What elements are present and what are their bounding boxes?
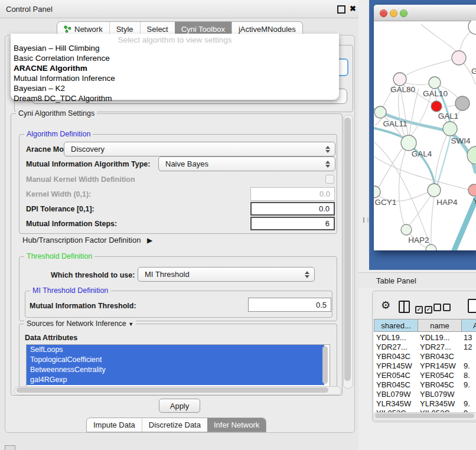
settings-hscrollbar-thumb[interactable]: [17, 387, 328, 393]
node-swi4[interactable]: [467, 146, 476, 164]
sources-title[interactable]: Sources for Network Inference ▼: [24, 319, 136, 328]
tab-infer-network[interactable]: Infer Network: [207, 418, 266, 432]
settings-vscrollbar-track[interactable]: [343, 115, 353, 389]
table-hscrollbar-track[interactable]: [373, 412, 476, 420]
control-panel-title: Control Panel: [6, 5, 53, 14]
hub-definition-label: Hub/Transcription Factor Definition: [22, 236, 141, 244]
network-window: GAL GAL80 GAL10 GAL1 GAL11 SWI4 GAL4 GCY…: [374, 5, 476, 250]
cell-name: YDR27...: [420, 343, 451, 351]
node-gal10[interactable]: [429, 77, 441, 89]
close-icon[interactable]: ✖: [350, 4, 356, 13]
column-header-shared-label: shared...: [381, 321, 411, 330]
node-label: GCY1: [375, 198, 397, 207]
deselect-all-columns-icon[interactable]: [433, 303, 452, 314]
node-gcy1[interactable]: [374, 186, 380, 198]
mi-type-label: Mutual Information Algorithm Type:: [26, 160, 150, 168]
node-hap2[interactable]: [401, 224, 412, 235]
zoom-traffic-icon[interactable]: [400, 9, 407, 17]
column-header-third[interactable]: A: [461, 319, 476, 332]
document-icon[interactable]: [468, 299, 476, 313]
tab-style-label: Style: [116, 25, 133, 34]
table-row[interactable]: YPR145W YPR145W 9.: [374, 361, 476, 371]
column-header-shared[interactable]: shared...: [374, 319, 418, 332]
mi-threshold-value: 0.5: [316, 301, 327, 309]
node-gal80[interactable]: [393, 73, 406, 86]
dropdown-item[interactable]: Dream8 DC_TDC Algorithm: [14, 94, 112, 103]
node-label: GAL1: [438, 112, 459, 120]
table-row[interactable]: YLR345W YLR345W 9.: [374, 399, 476, 409]
kernel-width-input: 0.0: [250, 187, 335, 201]
cell-name: YBR045C: [420, 380, 454, 389]
table-row[interactable]: YBL079W YBL079W: [374, 390, 476, 399]
node[interactable]: [426, 244, 436, 250]
apply-button-label: Apply: [170, 402, 190, 410]
list-item[interactable]: gal4RGexp: [27, 375, 324, 385]
tab-discretize-data[interactable]: Discretize Data: [142, 418, 207, 432]
data-attributes-label: Data Attributes: [25, 334, 77, 342]
settings-hscrollbar-track[interactable]: [14, 386, 341, 395]
node-gal4[interactable]: [401, 135, 416, 151]
column-header-third-label: A: [473, 321, 476, 330]
mi-steps-label: Mutual Information Steps:: [26, 220, 117, 228]
panel-splitter-handle[interactable]: [363, 217, 369, 223]
dropdown-item[interactable]: Bayesian – K2: [14, 84, 65, 93]
kernel-width-label: Kernel Width (0,1):: [26, 190, 91, 198]
column-header-name[interactable]: name: [418, 319, 462, 332]
table-row[interactable]: YDL19... YDL19... 13: [374, 333, 476, 343]
node-red-selected[interactable]: [431, 101, 442, 112]
cell-name: YLR345W: [420, 399, 455, 408]
dropdown-item-selected[interactable]: ARACNE Algorithm: [14, 64, 87, 73]
which-threshold-select[interactable]: MI Threshold: [138, 267, 315, 282]
mi-threshold-input[interactable]: 0.5: [248, 298, 331, 312]
column-view-icon[interactable]: [399, 301, 410, 313]
node-gray[interactable]: [455, 96, 470, 110]
node-gal-clipped[interactable]: [452, 51, 466, 65]
algorithm-dropdown-list: Select algorithm to view settings Bayesi…: [11, 34, 339, 100]
cell-shared: YBR043C: [376, 352, 410, 361]
dropdown-item[interactable]: Bayesian – Hill Climbing: [14, 44, 100, 53]
manual-kernel-checkbox[interactable]: [325, 175, 334, 184]
table-row[interactable]: YBR045C YBR045C 9.: [374, 380, 476, 390]
minimize-traffic-icon[interactable]: [390, 9, 397, 17]
network-window-titlebar[interactable]: [374, 5, 476, 21]
gear-icon[interactable]: ⚙: [381, 299, 390, 312]
float-window-icon[interactable]: [337, 5, 345, 14]
cell-name: YER054C: [420, 371, 454, 380]
table-row[interactable]: YER054C YER054C 8.: [374, 371, 476, 380]
node-gal11[interactable]: [374, 106, 386, 118]
aracne-mode-select[interactable]: Discovery: [64, 142, 335, 156]
hub-definition-toggle[interactable]: Hub/Transcription Factor Definition ▶: [22, 236, 152, 244]
cell-shared: YDL19...: [376, 333, 406, 342]
mi-steps-input[interactable]: 6: [250, 217, 335, 230]
cell-value: 8.: [464, 371, 470, 380]
dpi-tolerance-input[interactable]: 0.0: [250, 202, 335, 216]
table-row[interactable]: YBR043C YBR043C: [374, 352, 476, 361]
apply-button[interactable]: Apply: [159, 399, 200, 413]
list-item[interactable]: BetweennessCentrality: [27, 365, 324, 375]
table-hscrollbar-thumb[interactable]: [375, 413, 474, 418]
table-row[interactable]: YDR27... YDR27... 12: [374, 343, 476, 352]
which-threshold-value: MI Threshold: [145, 270, 190, 279]
tab-infer-network-label: Infer Network: [214, 420, 259, 429]
dropdown-item[interactable]: Basic Correlation Inference: [14, 54, 110, 63]
list-scrollbar[interactable]: [322, 346, 328, 384]
mi-threshold-definition-title: MI Threshold Definition: [30, 286, 110, 295]
network-nodes[interactable]: [374, 21, 476, 250]
close-traffic-icon[interactable]: [380, 9, 387, 17]
node-y-clipped[interactable]: [468, 184, 476, 196]
mi-type-select[interactable]: Naive Bayes: [158, 156, 335, 171]
select-all-columns-icon[interactable]: ✓✓: [415, 303, 434, 314]
network-canvas[interactable]: GAL GAL80 GAL10 GAL1 GAL11 SWI4 GAL4 GCY…: [374, 21, 476, 250]
list-item[interactable]: TopologicalCoefficient: [27, 355, 324, 365]
cell-shared: YDR27...: [376, 343, 407, 351]
tab-impute-data[interactable]: Impute Data: [87, 418, 142, 432]
cyni-algorithm-settings-title: Cyni Algorithm Settings: [16, 109, 97, 118]
dropdown-item[interactable]: Mutual Information Inference: [14, 74, 115, 83]
settings-vscrollbar-thumb[interactable]: [344, 118, 351, 381]
node-gal1[interactable]: [443, 122, 457, 136]
list-item[interactable]: SelfLoops: [27, 345, 324, 355]
tab-cyni-toolbox-label: Cyni Toolbox: [181, 25, 225, 34]
node-hap4[interactable]: [428, 184, 441, 197]
tab-select-label: Select: [147, 25, 168, 34]
dock-panel-icon[interactable]: [5, 445, 15, 450]
